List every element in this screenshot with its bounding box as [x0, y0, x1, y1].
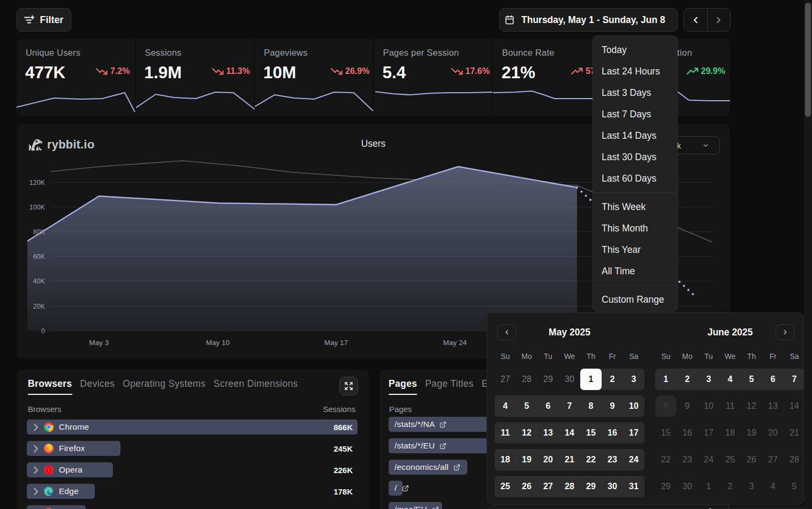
svg-text:May 10: May 10 — [206, 339, 230, 347]
svg-text:40K: 40K — [33, 278, 45, 285]
svg-text:80K: 80K — [33, 228, 45, 236]
svg-text:60K: 60K — [33, 253, 45, 260]
svg-text:100K: 100K — [29, 204, 45, 211]
svg-text:0: 0 — [41, 327, 45, 335]
svg-text:20K: 20K — [33, 303, 45, 310]
svg-text:May 17: May 17 — [324, 339, 348, 347]
svg-text:May 3: May 3 — [89, 339, 109, 347]
svg-text:120K: 120K — [29, 179, 45, 186]
svg-text:May 24: May 24 — [443, 339, 467, 347]
